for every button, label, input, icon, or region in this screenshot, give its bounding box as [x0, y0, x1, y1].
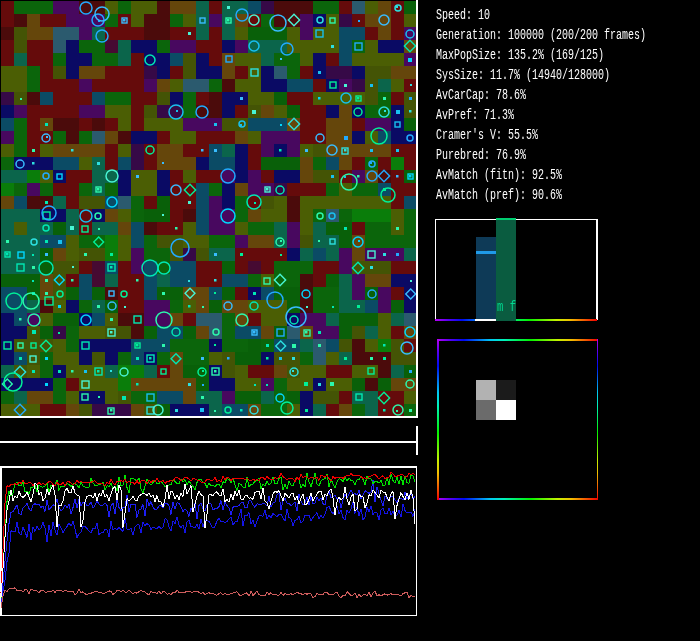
svg-text:Generation: 100000 (200/200 fr: Generation: 100000 (200/200 frames): [436, 27, 646, 43]
svg-text:MaxPopSize: 135.2% (169/125): MaxPopSize: 135.2% (169/125): [436, 47, 604, 63]
svg-text:m f: m f: [497, 299, 516, 315]
svg-text:Purebred: 76.9%: Purebred: 76.9%: [436, 147, 526, 163]
svg-text:Cramer's V: 55.5%: Cramer's V: 55.5%: [436, 127, 538, 143]
svg-text:AvCarCap: 78.6%: AvCarCap: 78.6%: [436, 87, 526, 103]
svg-text:AvPref: 71.3%: AvPref: 71.3%: [436, 107, 514, 123]
svg-text:AvMatch (pref): 90.6%: AvMatch (pref): 90.6%: [436, 187, 562, 203]
svg-text:SysSize: 11.7% (14940/128000): SysSize: 11.7% (14940/128000): [436, 67, 610, 83]
svg-text:Speed: 10: Speed: 10: [436, 7, 490, 23]
svg-text:AvMatch (fitn): 92.5%: AvMatch (fitn): 92.5%: [436, 167, 562, 183]
